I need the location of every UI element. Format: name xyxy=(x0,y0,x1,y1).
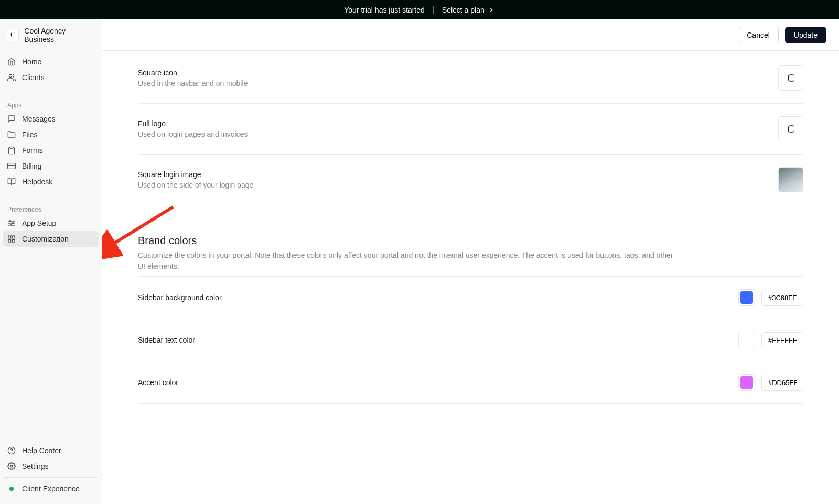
sidebar-item-label: Customization xyxy=(22,235,69,243)
main: Cancel Update Square icon Used in the na… xyxy=(102,19,839,504)
sidebar-item-clients[interactable]: Clients xyxy=(3,70,99,85)
color-swatch xyxy=(740,376,753,389)
setting-sidebar-text-color: Sidebar text color xyxy=(138,319,803,361)
svg-rect-11 xyxy=(12,236,15,238)
setting-label: Sidebar text color xyxy=(138,336,195,344)
color-swatch-button[interactable] xyxy=(738,332,755,348)
workspace-name: Cool Agency Business xyxy=(24,27,95,43)
square-icon-preview[interactable]: C xyxy=(778,65,803,91)
sidebar-item-label: Messages xyxy=(22,115,56,123)
sidebar-item-label: Forms xyxy=(22,146,43,155)
sidebar-item-customization[interactable]: Customization xyxy=(3,231,99,247)
banner-divider xyxy=(433,6,434,14)
book-icon xyxy=(7,178,16,186)
sidebar-item-files[interactable]: Files xyxy=(3,127,99,143)
plan-link-label: Select a plan xyxy=(442,6,485,14)
svg-point-8 xyxy=(12,223,14,224)
svg-point-9 xyxy=(10,225,12,226)
color-swatch-button[interactable] xyxy=(738,289,755,306)
setting-label: Square icon xyxy=(138,69,248,77)
home-icon xyxy=(7,58,16,66)
credit-card-icon xyxy=(7,162,16,170)
setting-full-logo: Full logo Used on login pages and invoic… xyxy=(138,104,803,155)
sidebar-item-label: Client Experience xyxy=(22,485,80,493)
sidebar-item-label: Helpdesk xyxy=(22,178,52,186)
grid-icon xyxy=(7,235,16,243)
users-icon xyxy=(7,73,16,82)
workspace-switcher[interactable]: C Cool Agency Business xyxy=(0,27,102,51)
color-swatch-button[interactable] xyxy=(738,374,755,391)
sidebar-item-helpdesk[interactable]: Helpdesk xyxy=(3,174,99,190)
svg-point-16 xyxy=(10,465,13,467)
section-title: Brand colors xyxy=(138,235,803,247)
sidebar-item-label: App Setup xyxy=(22,219,56,227)
brand-colors-header: Brand colors Customize the colors in you… xyxy=(138,205,803,276)
color-swatch xyxy=(740,291,753,304)
nav-section-apps: Apps xyxy=(3,98,99,111)
clipboard-icon xyxy=(7,146,16,155)
sidebar-item-app-setup[interactable]: App Setup xyxy=(3,215,99,231)
full-logo-preview[interactable]: C xyxy=(778,116,803,141)
message-icon xyxy=(7,115,16,123)
setting-label: Square login image xyxy=(138,170,253,179)
setting-desc: Used in the navbar and on mobile xyxy=(138,79,248,87)
setting-square-icon: Square icon Used in the navbar and on mo… xyxy=(138,51,803,104)
sidebar-item-label: Billing xyxy=(22,162,41,170)
sidebar-item-messages[interactable]: Messages xyxy=(3,111,99,127)
svg-rect-2 xyxy=(8,163,16,169)
sidebar-item-label: Home xyxy=(22,58,41,66)
svg-point-7 xyxy=(9,221,11,222)
cancel-button[interactable]: Cancel xyxy=(738,27,779,43)
setting-label: Sidebar background color xyxy=(138,293,222,302)
nav-divider xyxy=(4,92,98,92)
color-hex-input[interactable] xyxy=(761,375,803,391)
svg-rect-12 xyxy=(12,239,15,242)
color-hex-input[interactable] xyxy=(761,332,803,348)
svg-rect-1 xyxy=(10,147,13,148)
trial-text: Your trial has just started xyxy=(344,6,425,14)
color-swatch xyxy=(740,334,753,346)
sidebar-item-settings[interactable]: Settings xyxy=(3,458,99,474)
section-desc: Customize the colors in your portal. Not… xyxy=(138,250,678,272)
sidebar-item-label: Clients xyxy=(22,73,45,82)
sidebar-item-home[interactable]: Home xyxy=(3,54,99,70)
update-button[interactable]: Update xyxy=(785,27,826,43)
color-hex-input[interactable] xyxy=(761,290,803,306)
sidebar-item-client-experience[interactable]: Client Experience xyxy=(3,481,99,497)
setting-accent-color: Accent color xyxy=(138,361,803,404)
sidebar-item-help-center[interactable]: Help Center xyxy=(3,443,99,458)
content-scroll[interactable]: Square icon Used in the navbar and on mo… xyxy=(102,51,839,504)
sidebar-item-label: Files xyxy=(22,130,38,139)
svg-point-0 xyxy=(9,74,12,77)
folder-icon xyxy=(7,130,16,139)
nav-divider xyxy=(4,477,98,478)
setting-desc: Used on the side of your login page xyxy=(138,181,253,189)
sidebar-item-forms[interactable]: Forms xyxy=(3,143,99,158)
setting-label: Full logo xyxy=(138,119,248,128)
trial-banner: Your trial has just started Select a pla… xyxy=(0,0,839,19)
select-plan-link[interactable]: Select a plan xyxy=(442,6,495,14)
toolbar: Cancel Update xyxy=(102,19,839,51)
status-dot-icon xyxy=(9,487,14,491)
sidebar-item-label: Help Center xyxy=(22,446,61,455)
chevron-right-icon xyxy=(488,6,495,14)
sliders-icon xyxy=(7,219,16,227)
nav-divider xyxy=(4,196,98,196)
nav-section-preferences: Preferences xyxy=(3,203,99,215)
svg-rect-10 xyxy=(8,236,11,238)
sidebar-item-billing[interactable]: Billing xyxy=(3,158,99,174)
login-image-preview[interactable] xyxy=(778,167,803,192)
setting-label: Accent color xyxy=(138,378,178,387)
sidebar-item-label: Settings xyxy=(22,462,49,470)
setting-desc: Used on login pages and invoices xyxy=(138,130,248,138)
workspace-logo: C xyxy=(7,29,19,41)
gear-icon xyxy=(7,462,16,470)
svg-rect-13 xyxy=(8,239,11,242)
setting-login-image: Square login image Used on the side of y… xyxy=(138,155,803,205)
sidebar: C Cool Agency Business Home Clients Apps xyxy=(0,19,102,504)
setting-sidebar-bg-color: Sidebar background color xyxy=(138,276,803,319)
help-icon xyxy=(7,446,16,455)
